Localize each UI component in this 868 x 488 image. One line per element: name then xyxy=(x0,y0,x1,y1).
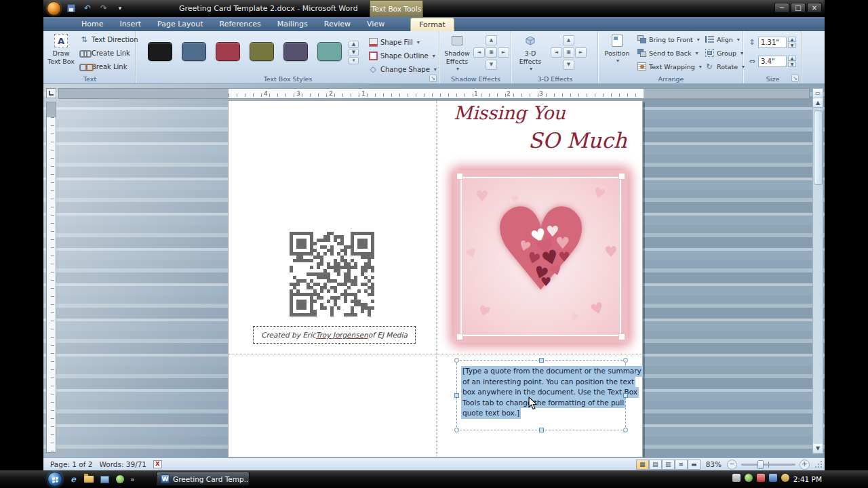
tab-stop-selector[interactable] xyxy=(46,88,56,98)
horizontal-ruler[interactable]: 4321123 xyxy=(58,88,810,99)
zoom-slider[interactable] xyxy=(741,464,795,466)
zoom-slider-thumb[interactable] xyxy=(757,460,764,469)
ruler-toggle-button[interactable]: ▭ xyxy=(813,89,823,98)
resize-handle-bottom-center[interactable] xyxy=(539,428,544,432)
page-indicator[interactable]: Page: 1 of 2 xyxy=(50,460,92,468)
qr-code[interactable] xyxy=(289,231,374,317)
word-count[interactable]: Words: 39/71 xyxy=(99,460,146,468)
rotate-button[interactable]: ↻ Rotate xyxy=(703,60,747,73)
taskbar-window-button[interactable]: W Greeting Card Temp... xyxy=(156,472,250,486)
page[interactable]: Missing You SO Much ♥ ♥♥♥♥♥♥♥♥♥♥♥♥♥♥♥♥♥♥… xyxy=(228,100,643,458)
view-print-layout-button[interactable]: ▦ xyxy=(636,460,649,470)
resize-handle-top-right[interactable] xyxy=(623,358,628,363)
folder-icon[interactable] xyxy=(83,474,94,485)
resize-handle-mid-right[interactable] xyxy=(623,393,628,398)
view-outline-button[interactable]: ≡ xyxy=(675,460,688,470)
proofing-status-icon[interactable]: x xyxy=(153,460,162,468)
pull-quote-line[interactable]: quote text box.] xyxy=(461,408,521,419)
tray-volume-icon[interactable] xyxy=(732,474,741,482)
shape-width-field[interactable]: 3.4" xyxy=(758,56,787,67)
resize-handle-bottom-right[interactable] xyxy=(623,428,628,432)
internet-explorer-icon[interactable]: e xyxy=(68,474,79,485)
zoom-in-button[interactable]: + xyxy=(800,460,810,470)
view-web-layout-button[interactable]: ▥ xyxy=(662,460,675,470)
tilt-right-button[interactable]: ► xyxy=(575,47,587,58)
break-link-button[interactable]: Break Link xyxy=(77,60,140,73)
vertical-scrollbar[interactable]: ▭ ▲ ▼ xyxy=(812,88,823,454)
style-scroll-down-button[interactable]: ▼ xyxy=(349,49,359,56)
window-switcher-icon[interactable] xyxy=(99,474,110,485)
tab-home[interactable]: Home xyxy=(73,18,111,31)
redo-button[interactable]: ↷ xyxy=(98,3,110,14)
tray-messenger-icon[interactable] xyxy=(781,474,789,482)
text-box-style-swatch[interactable] xyxy=(182,42,206,61)
qat-customize-button[interactable]: ▾ xyxy=(114,3,126,14)
3d-on-off-button[interactable]: ▣ xyxy=(563,47,574,58)
3d-effects-button[interactable]: 3-D Effects xyxy=(517,31,544,72)
dialog-launcher-styles-icon[interactable]: ↘ xyxy=(429,75,437,82)
view-draft-button[interactable]: ▬ xyxy=(688,460,701,470)
pull-quote-text[interactable]: [Type a quote from the document or the s… xyxy=(461,366,643,419)
card-heading-line1[interactable]: Missing You xyxy=(454,102,566,123)
style-scroll-up-button[interactable]: ▲ xyxy=(349,41,359,48)
tab-review[interactable]: Review xyxy=(316,18,359,31)
view-full-screen-button[interactable]: ▤ xyxy=(649,460,662,470)
text-box-style-swatch[interactable] xyxy=(317,42,342,61)
card-image[interactable]: ♥ ♥♥♥♥♥♥♥♥♥♥♥♥♥♥♥♥♥♥♥ xyxy=(454,170,628,343)
pull-quote-text-box[interactable]: [Type a quote from the document or the s… xyxy=(456,360,626,430)
tab-insert[interactable]: Insert xyxy=(111,18,149,31)
tray-network-icon[interactable] xyxy=(769,474,777,482)
change-shape-button[interactable]: ◇ Change Shape xyxy=(366,62,439,76)
quick-launch-overflow-icon[interactable]: » xyxy=(130,475,135,484)
media-player-icon[interactable] xyxy=(115,474,125,485)
start-button[interactable] xyxy=(47,472,62,487)
tray-security-icon[interactable] xyxy=(757,474,765,482)
tab-page-layout[interactable]: Page Layout xyxy=(149,18,212,31)
group-button[interactable]: Group xyxy=(703,46,747,60)
text-box-style-swatch[interactable] xyxy=(250,42,274,61)
pull-quote-line[interactable]: [Type a quote from the document or the s… xyxy=(461,366,643,377)
card-heading-line2[interactable]: SO Much xyxy=(528,128,627,152)
resize-grip[interactable] xyxy=(814,460,823,469)
minimize-button[interactable]: − xyxy=(774,3,789,13)
send-to-back-button[interactable]: Send to Back xyxy=(635,46,704,60)
save-button[interactable] xyxy=(65,3,77,14)
credit-text-box[interactable]: Created by Eric Troy Jorgensen of EJ Med… xyxy=(253,326,416,344)
pull-quote-line[interactable]: Tools tab to change the formatting of th… xyxy=(461,398,625,409)
style-gallery-more-button[interactable]: ▾ xyxy=(349,57,359,64)
tilt-down-button[interactable]: ▼ xyxy=(563,60,574,70)
shape-fill-button[interactable]: Shape Fill xyxy=(366,35,439,49)
resize-handle-mid-left[interactable] xyxy=(454,393,459,398)
nudge-shadow-left-button[interactable]: ◄ xyxy=(473,47,485,58)
resize-handle-top-center[interactable] xyxy=(539,358,544,363)
resize-handle-top-left[interactable] xyxy=(454,358,459,363)
width-spinner[interactable]: ▲▼ xyxy=(788,56,796,67)
dialog-launcher-size-icon[interactable]: ↘ xyxy=(791,75,799,82)
shadow-effects-button[interactable]: Shadow Effects xyxy=(443,31,471,72)
tilt-left-button[interactable]: ◄ xyxy=(551,47,562,58)
draw-text-box-button[interactable]: A Draw Text Box xyxy=(47,31,75,65)
bring-to-front-button[interactable]: Bring to Front xyxy=(635,33,704,46)
maximize-button[interactable]: □ xyxy=(791,3,806,13)
office-button[interactable] xyxy=(47,1,61,16)
tray-update-icon[interactable] xyxy=(745,474,753,482)
text-box-style-swatch[interactable] xyxy=(148,42,172,61)
tab-view[interactable]: View xyxy=(359,18,393,31)
clock[interactable]: 2:41 PM xyxy=(793,470,822,488)
text-box-style-swatch[interactable] xyxy=(283,42,308,61)
nudge-shadow-up-button[interactable]: ▲ xyxy=(486,35,497,45)
create-link-button[interactable]: Create Link xyxy=(77,46,140,60)
tilt-up-button[interactable]: ▲ xyxy=(563,35,574,45)
shadow-on-off-button[interactable]: ▣ xyxy=(486,47,497,58)
pull-quote-line[interactable]: box anywhere in the document. Use the Te… xyxy=(461,387,639,398)
align-button[interactable]: Align xyxy=(703,33,747,46)
scroll-up-button[interactable]: ▲ xyxy=(813,98,823,108)
height-spinner[interactable]: ▲▼ xyxy=(788,37,796,48)
shape-outline-button[interactable]: Shape Outline xyxy=(366,49,439,62)
undo-button[interactable]: ↶ xyxy=(81,3,94,14)
pull-quote-line[interactable]: of an interesting point. You can positio… xyxy=(461,377,635,388)
nudge-shadow-right-button[interactable]: ► xyxy=(498,47,509,58)
contextual-tab-header[interactable]: Text Box Tools xyxy=(370,0,423,17)
nudge-shadow-down-button[interactable]: ▼ xyxy=(486,60,497,70)
position-button[interactable]: Position xyxy=(602,31,632,64)
